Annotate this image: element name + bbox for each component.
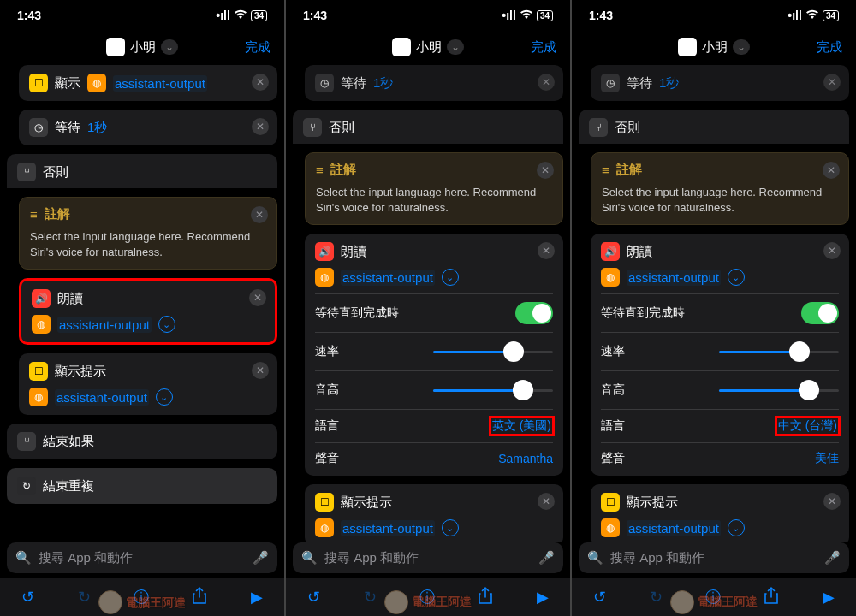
wait-toggle[interactable]	[515, 302, 553, 324]
shortcut-name: 小明	[130, 39, 156, 56]
collapse-icon[interactable]: ⌄	[442, 269, 459, 286]
variable-tag[interactable]: assistant-output	[627, 270, 721, 286]
speak-action-expanded[interactable]: ✕ 🔊 朗讀 ◍assistant-output ⌄ 等待直到完成時 速率 音高	[591, 234, 849, 476]
mic-icon[interactable]: 🎤	[253, 550, 269, 566]
mic-icon[interactable]: 🎤	[538, 550, 555, 566]
search-bar[interactable]: 🔍 搜尋 App 和動作 🎤	[293, 542, 563, 573]
close-icon[interactable]: ✕	[537, 162, 554, 179]
show-alert-action[interactable]: ✕ ☐ 顯示提示 ◍assistant-output ⌄	[19, 353, 277, 415]
speak-action-expanded[interactable]: ✕ 🔊 朗讀 ◍assistant-output ⌄ 等待直到完成時 速率 音高	[305, 234, 563, 476]
info-button[interactable]: ⓘ	[705, 587, 721, 607]
endrepeat-action[interactable]: ↻ 結束重複	[7, 468, 277, 504]
comment-action[interactable]: ✕ ≡ 註解 Select the input language here. R…	[19, 197, 277, 270]
close-icon[interactable]: ✕	[251, 206, 268, 223]
search-bar[interactable]: 🔍 搜尋 App 和動作 🎤	[579, 542, 849, 573]
wait-value[interactable]: 1秒	[373, 75, 393, 92]
repeat-icon: ↻	[17, 477, 36, 495]
wait-action[interactable]: ✕ ◷ 等待 1秒	[305, 65, 563, 101]
param-voice[interactable]: 聲音 Samantha	[315, 442, 553, 474]
language-value-highlighted[interactable]: 英文 (美國)	[490, 418, 553, 435]
variable-tag[interactable]: assistant-output	[627, 520, 721, 536]
undo-button[interactable]: ↺	[307, 588, 320, 607]
wait-value[interactable]: 1秒	[659, 75, 679, 92]
pitch-slider[interactable]	[433, 379, 553, 401]
alert-label: 顯示提示	[55, 364, 106, 380]
wait-action[interactable]: ✕ ◷ 等待 1秒	[591, 65, 849, 101]
comment-body: Select the input language here. Recommen…	[316, 185, 552, 216]
chevron-down-icon: ⌄	[161, 39, 178, 55]
show-alert-action[interactable]: ✕ ☐ 顯示提示 ◍assistant-output ⌄	[591, 484, 849, 542]
comment-icon: ≡	[602, 163, 609, 177]
voice-value[interactable]: Samantha	[498, 452, 553, 465]
param-pitch: 音高	[315, 370, 553, 409]
done-button[interactable]: 完成	[817, 39, 842, 56]
battery-icon: 34	[823, 10, 839, 21]
rate-slider[interactable]	[719, 341, 839, 363]
else-action[interactable]: ⑂ 否則	[7, 154, 277, 188]
undo-button[interactable]: ↺	[593, 588, 606, 607]
endif-action[interactable]: ⑂ 結束如果	[7, 424, 277, 459]
var-icon: ◍	[29, 388, 48, 406]
wait-label: 等待	[627, 75, 652, 92]
share-button[interactable]	[764, 587, 779, 608]
close-icon[interactable]: ✕	[823, 162, 840, 179]
collapse-icon[interactable]: ⌄	[728, 269, 745, 286]
rate-slider[interactable]	[433, 341, 553, 363]
play-button[interactable]: ▶	[251, 588, 263, 607]
actions-scroll[interactable]: ✕ ◷ 等待 1秒 ⑂ 否則 ✕ ≡ 註解 Select the input l…	[572, 63, 856, 542]
expand-icon[interactable]: ⌄	[158, 316, 175, 333]
comment-action[interactable]: ✕ ≡ 註解 Select the input language here. R…	[305, 152, 563, 225]
variable-tag[interactable]: assistant-output	[341, 270, 435, 286]
close-icon[interactable]: ✕	[252, 118, 269, 135]
play-button[interactable]: ▶	[823, 588, 835, 607]
shortcut-app-icon: ▦	[678, 38, 697, 56]
param-wait-until: 等待直到完成時	[601, 293, 839, 332]
variable-tag[interactable]: assistant-output	[55, 389, 149, 406]
info-button[interactable]: ⓘ	[134, 587, 149, 607]
actions-scroll[interactable]: ✕ ◷ 等待 1秒 ⑂ 否則 ✕ ≡ 註解 Select the input l…	[286, 63, 570, 542]
share-button[interactable]	[478, 587, 493, 608]
shortcut-title[interactable]: ▦ 小明 ⌄	[678, 38, 750, 56]
speak-action-highlighted[interactable]: ✕ 🔊 朗讀 ◍assistant-output ⌄	[19, 278, 277, 345]
show-action[interactable]: ✕ ☐ 顯示 ◍assistant-output	[19, 65, 277, 101]
endif-label: 結束如果	[43, 434, 94, 450]
search-placeholder: 搜尋 App 和動作	[610, 550, 704, 566]
var-icon: ◍	[315, 268, 334, 287]
search-bar[interactable]: 🔍 搜尋 App 和動作 🎤	[7, 542, 277, 573]
else-label: 否則	[329, 120, 354, 136]
wait-toggle[interactable]	[801, 302, 839, 324]
pitch-slider[interactable]	[719, 379, 839, 401]
else-action[interactable]: ⑂ 否則	[579, 110, 849, 144]
undo-button[interactable]: ↺	[21, 588, 34, 607]
speak-label: 朗讀	[57, 291, 83, 307]
play-button[interactable]: ▶	[537, 588, 549, 607]
battery-icon: 34	[251, 10, 267, 21]
language-value-highlighted[interactable]: 中文 (台灣)	[776, 418, 839, 435]
param-language[interactable]: 語言 中文 (台灣)	[601, 409, 839, 442]
close-icon[interactable]: ✕	[252, 74, 269, 91]
comment-action[interactable]: ✕ ≡ 註解 Select the input language here. R…	[591, 152, 849, 225]
shortcut-title[interactable]: ▦ 小明 ⌄	[392, 38, 464, 56]
wait-action[interactable]: ✕ ◷ 等待 1秒	[19, 110, 277, 145]
show-alert-action[interactable]: ✕ ☐ 顯示提示 ◍assistant-output ⌄	[305, 484, 563, 542]
variable-tag[interactable]: assistant-output	[57, 317, 152, 333]
close-icon[interactable]: ✕	[823, 74, 841, 91]
expand-icon[interactable]: ⌄	[156, 388, 173, 406]
shortcut-title[interactable]: ▦ 小明 ⌄	[106, 38, 178, 56]
voice-value[interactable]: 美佳	[815, 451, 839, 466]
wait-value[interactable]: 1秒	[87, 120, 107, 136]
expand-icon[interactable]: ⌄	[442, 519, 459, 536]
else-action[interactable]: ⑂ 否則	[293, 110, 563, 144]
share-button[interactable]	[192, 587, 207, 608]
param-voice[interactable]: 聲音 美佳	[601, 442, 839, 474]
variable-tag[interactable]: assistant-output	[113, 75, 207, 92]
mic-icon[interactable]: 🎤	[824, 550, 841, 566]
done-button[interactable]: 完成	[531, 39, 556, 56]
done-button[interactable]: 完成	[245, 39, 270, 56]
variable-tag[interactable]: assistant-output	[341, 520, 435, 536]
close-icon[interactable]: ✕	[538, 74, 555, 91]
expand-icon[interactable]: ⌄	[728, 519, 745, 536]
info-button[interactable]: ⓘ	[419, 587, 435, 607]
actions-scroll[interactable]: ✕ ☐ 顯示 ◍assistant-output ✕ ◷ 等待 1秒 ⑂ 否則 …	[0, 63, 284, 542]
param-language[interactable]: 語言 英文 (美國)	[315, 409, 553, 442]
